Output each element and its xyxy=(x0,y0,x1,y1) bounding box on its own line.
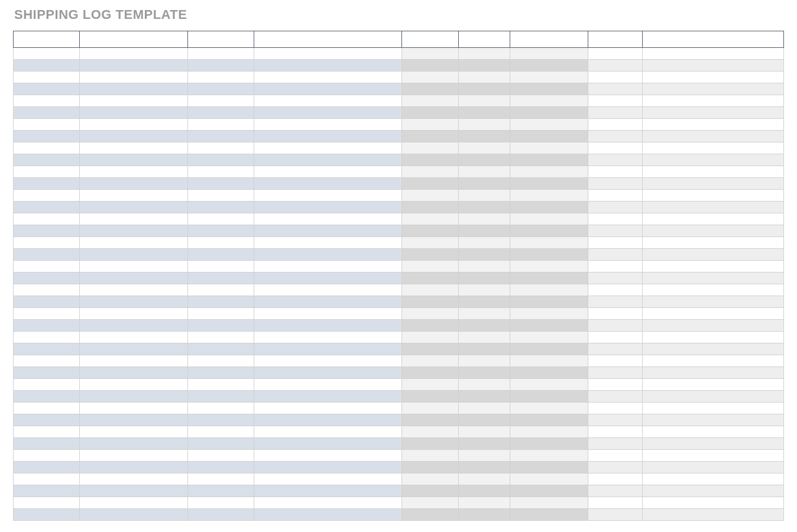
cell[interactable] xyxy=(254,261,401,273)
cell[interactable] xyxy=(642,83,783,95)
cell[interactable] xyxy=(459,308,510,320)
cell[interactable] xyxy=(459,414,510,426)
cell[interactable] xyxy=(642,296,783,308)
cell[interactable] xyxy=(401,391,459,403)
cell[interactable] xyxy=(188,178,254,190)
cell[interactable] xyxy=(14,202,80,213)
cell[interactable] xyxy=(510,450,588,462)
cell[interactable] xyxy=(254,308,401,320)
cell[interactable] xyxy=(588,166,643,178)
cell[interactable] xyxy=(401,95,459,107)
cell[interactable] xyxy=(510,237,588,249)
cell[interactable] xyxy=(188,166,254,178)
cell[interactable] xyxy=(14,119,80,131)
cell[interactable] xyxy=(14,296,80,308)
cell[interactable] xyxy=(401,261,459,273)
cell[interactable] xyxy=(401,119,459,131)
cell[interactable] xyxy=(14,225,80,237)
cell[interactable] xyxy=(459,48,510,60)
cell[interactable] xyxy=(642,438,783,450)
cell[interactable] xyxy=(588,450,643,462)
cell[interactable] xyxy=(510,403,588,414)
cell[interactable] xyxy=(188,473,254,485)
cell[interactable] xyxy=(588,426,643,438)
cell[interactable] xyxy=(188,273,254,284)
cell[interactable] xyxy=(642,261,783,273)
cell[interactable] xyxy=(79,142,187,154)
cell[interactable] xyxy=(254,320,401,332)
cell[interactable] xyxy=(401,60,459,72)
cell[interactable] xyxy=(188,332,254,343)
cell[interactable] xyxy=(188,343,254,355)
cell[interactable] xyxy=(459,355,510,367)
cell[interactable] xyxy=(14,261,80,273)
cell[interactable] xyxy=(642,273,783,284)
cell[interactable] xyxy=(254,485,401,497)
cell[interactable] xyxy=(188,48,254,60)
cell[interactable] xyxy=(642,497,783,509)
cell[interactable] xyxy=(14,367,80,379)
cell[interactable] xyxy=(188,296,254,308)
cell[interactable] xyxy=(642,154,783,166)
cell[interactable] xyxy=(14,332,80,343)
cell[interactable] xyxy=(459,178,510,190)
cell[interactable] xyxy=(510,225,588,237)
cell[interactable] xyxy=(79,60,187,72)
cell[interactable] xyxy=(401,462,459,473)
cell[interactable] xyxy=(188,367,254,379)
cell[interactable] xyxy=(79,414,187,426)
cell[interactable] xyxy=(401,72,459,83)
cell[interactable] xyxy=(188,142,254,154)
cell[interactable] xyxy=(510,213,588,225)
cell[interactable] xyxy=(459,83,510,95)
cell[interactable] xyxy=(401,249,459,261)
cell[interactable] xyxy=(14,273,80,284)
cell[interactable] xyxy=(401,213,459,225)
cell[interactable] xyxy=(254,391,401,403)
cell[interactable] xyxy=(588,178,643,190)
cell[interactable] xyxy=(401,131,459,142)
cell[interactable] xyxy=(642,509,783,521)
cell[interactable] xyxy=(188,213,254,225)
cell[interactable] xyxy=(188,379,254,391)
cell[interactable] xyxy=(588,95,643,107)
cell[interactable] xyxy=(510,119,588,131)
cell[interactable] xyxy=(459,131,510,142)
cell[interactable] xyxy=(254,225,401,237)
cell[interactable] xyxy=(588,225,643,237)
cell[interactable] xyxy=(254,83,401,95)
cell[interactable] xyxy=(79,284,187,296)
cell[interactable] xyxy=(642,225,783,237)
cell[interactable] xyxy=(510,497,588,509)
cell[interactable] xyxy=(79,367,187,379)
cell[interactable] xyxy=(588,131,643,142)
cell[interactable] xyxy=(14,95,80,107)
cell[interactable] xyxy=(401,414,459,426)
cell[interactable] xyxy=(401,237,459,249)
cell[interactable] xyxy=(510,332,588,343)
cell[interactable] xyxy=(188,190,254,202)
cell[interactable] xyxy=(188,320,254,332)
cell[interactable] xyxy=(14,48,80,60)
cell[interactable] xyxy=(79,438,187,450)
cell[interactable] xyxy=(642,332,783,343)
cell[interactable] xyxy=(588,107,643,119)
cell[interactable] xyxy=(459,202,510,213)
cell[interactable] xyxy=(510,414,588,426)
cell[interactable] xyxy=(79,190,187,202)
cell[interactable] xyxy=(642,142,783,154)
cell[interactable] xyxy=(188,202,254,213)
cell[interactable] xyxy=(79,509,187,521)
cell[interactable] xyxy=(510,509,588,521)
cell[interactable] xyxy=(510,391,588,403)
cell[interactable] xyxy=(254,296,401,308)
cell[interactable] xyxy=(254,95,401,107)
cell[interactable] xyxy=(254,249,401,261)
cell[interactable] xyxy=(79,154,187,166)
cell[interactable] xyxy=(188,249,254,261)
cell[interactable] xyxy=(401,308,459,320)
cell[interactable] xyxy=(254,450,401,462)
cell[interactable] xyxy=(188,509,254,521)
cell[interactable] xyxy=(14,83,80,95)
cell[interactable] xyxy=(510,355,588,367)
